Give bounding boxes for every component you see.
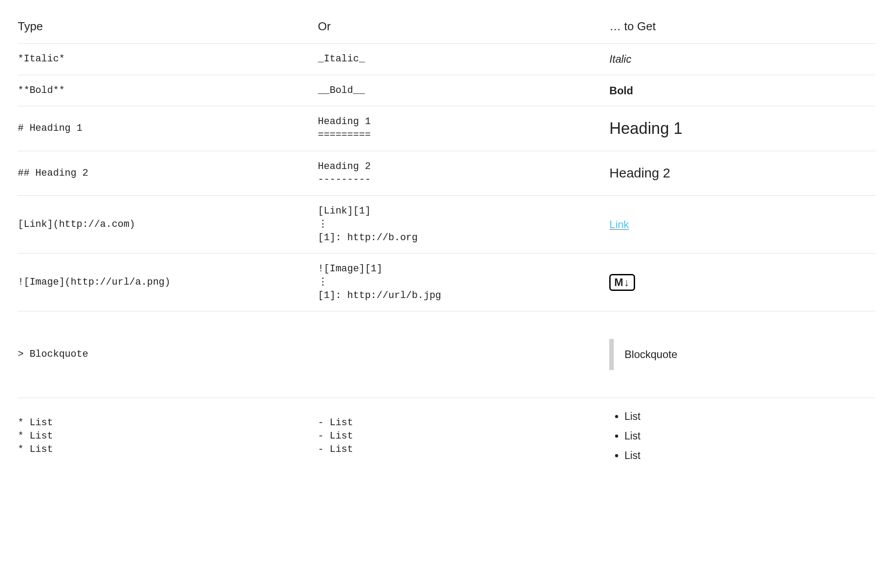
blockquote-text: Blockquote <box>624 348 677 361</box>
list-item: List <box>624 407 875 427</box>
table-row-list: * List * List * List - List - List - Lis… <box>18 398 875 475</box>
syntax-or: ![Image][1] ⋮ [1]: http://url/b.jpg <box>318 254 610 311</box>
rendered-list: List List List <box>609 407 875 465</box>
list-item: List <box>624 446 875 466</box>
rendered-link[interactable]: Link <box>609 218 629 230</box>
table-row-link: [Link](http://a.com) [Link][1] ⋮ [1]: ht… <box>18 196 875 254</box>
syntax-or: _Italic_ <box>318 44 610 75</box>
rendered-h2: Heading 2 <box>609 151 875 195</box>
rendered-bold: Bold <box>609 75 875 106</box>
syntax-type: ## Heading 2 <box>18 151 318 195</box>
syntax-type: > Blockquote <box>18 311 318 398</box>
syntax-or: Heading 1 ========= <box>318 106 610 151</box>
table-row-blockquote: > Blockquote Blockquote <box>18 311 875 398</box>
syntax-or: Heading 2 --------- <box>318 151 610 195</box>
markdown-logo-icon: M↓ <box>609 274 635 291</box>
syntax-type: **Bold** <box>18 75 318 106</box>
rendered-h1: Heading 1 <box>609 106 875 151</box>
list-item: List <box>624 427 875 446</box>
syntax-or: - List - List - List <box>318 398 610 475</box>
table-row-bold: **Bold** __Bold__ Bold <box>18 75 875 106</box>
table-row-image: ![Image](http://url/a.png) ![Image][1] ⋮… <box>18 254 875 311</box>
rendered-italic: Italic <box>609 44 875 75</box>
rendered-blockquote: Blockquote <box>609 339 875 370</box>
col-header-or: Or <box>318 13 610 44</box>
col-header-to-get: … to Get <box>609 13 875 44</box>
syntax-type: * List * List * List <box>18 398 318 475</box>
syntax-or-empty <box>318 311 610 398</box>
table-row-h2: ## Heading 2 Heading 2 --------- Heading… <box>18 151 875 195</box>
syntax-type: ![Image](http://url/a.png) <box>18 254 318 311</box>
blockquote-bar-icon <box>609 339 614 370</box>
table-row-h1: # Heading 1 Heading 1 ========= Heading … <box>18 106 875 151</box>
syntax-type: *Italic* <box>18 44 318 75</box>
syntax-type: [Link](http://a.com) <box>18 196 318 254</box>
syntax-or: __Bold__ <box>318 75 610 106</box>
syntax-or: [Link][1] ⋮ [1]: http://b.org <box>318 196 610 254</box>
table-row-italic: *Italic* _Italic_ Italic <box>18 44 875 75</box>
col-header-type: Type <box>18 13 318 44</box>
markdown-reference-table: Type Or … to Get *Italic* _Italic_ Itali… <box>18 13 875 474</box>
syntax-type: # Heading 1 <box>18 106 318 151</box>
